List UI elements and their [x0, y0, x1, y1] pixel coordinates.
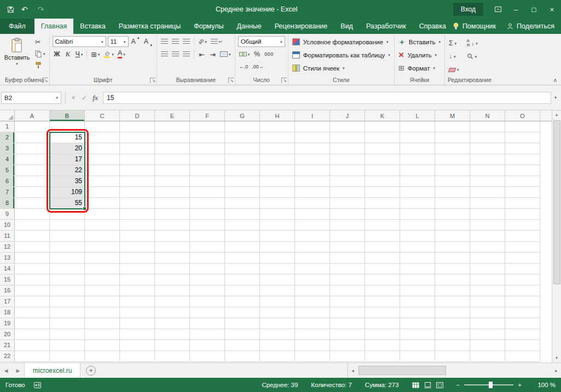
cell-C17[interactable] — [85, 296, 120, 307]
cell-K1[interactable] — [365, 121, 400, 132]
cell-I17[interactable] — [295, 296, 330, 307]
cell-I15[interactable] — [295, 274, 330, 285]
cell-M18[interactable] — [435, 307, 470, 318]
cell-I5[interactable] — [295, 165, 330, 176]
italic-button[interactable]: К — [63, 49, 73, 60]
normal-view-button[interactable] — [412, 382, 419, 388]
cell-A11[interactable] — [15, 231, 50, 242]
column-header-G[interactable]: G — [225, 110, 260, 121]
cell-F6[interactable] — [190, 176, 225, 187]
cell-G2[interactable] — [225, 132, 260, 143]
cell-O17[interactable] — [505, 296, 540, 307]
cell-M16[interactable] — [435, 285, 470, 296]
accounting-format-button[interactable]: ▾ — [238, 49, 251, 60]
cell-A1[interactable] — [15, 121, 50, 132]
align-middle-button[interactable] — [171, 36, 180, 47]
font-color-button[interactable]: А▾ — [117, 49, 126, 60]
cell-E22[interactable] — [155, 351, 190, 362]
cell-H2[interactable] — [260, 132, 295, 143]
cell-G1[interactable] — [225, 121, 260, 132]
cell-D22[interactable] — [120, 351, 155, 362]
cell-C22[interactable] — [85, 351, 120, 362]
cell-C13[interactable] — [85, 253, 120, 264]
sheet-tab[interactable]: microexcel.ru — [24, 363, 80, 378]
cell-D4[interactable] — [120, 154, 155, 165]
borders-button[interactable]: ⊞▾ — [90, 49, 101, 60]
cell-M12[interactable] — [435, 242, 470, 253]
cell-C5[interactable] — [85, 165, 120, 176]
decrease-indent-button[interactable]: ⇤ — [197, 49, 206, 60]
row-header-20[interactable]: 20 — [0, 329, 15, 340]
cell-I14[interactable] — [295, 264, 330, 274]
cell-F18[interactable] — [190, 307, 225, 318]
row-header-2[interactable]: 2 — [0, 132, 15, 143]
cell-F4[interactable] — [190, 154, 225, 165]
cell-K13[interactable] — [365, 253, 400, 264]
formula-bar-splitter[interactable] — [61, 92, 66, 104]
cell-K6[interactable] — [365, 176, 400, 187]
cell-M2[interactable] — [435, 132, 470, 143]
zoom-out-icon[interactable]: − — [456, 382, 460, 388]
cell-I21[interactable] — [295, 340, 330, 351]
cell-I6[interactable] — [295, 176, 330, 187]
cell-G11[interactable] — [225, 231, 260, 242]
cell-N9[interactable] — [470, 209, 505, 220]
column-header-I[interactable]: I — [295, 110, 330, 121]
cell-E21[interactable] — [155, 340, 190, 351]
cell-G16[interactable] — [225, 285, 260, 296]
column-header-H[interactable]: H — [260, 110, 295, 121]
tab-view[interactable]: Вид — [334, 19, 360, 34]
cell-D2[interactable] — [120, 132, 155, 143]
cell-N17[interactable] — [470, 296, 505, 307]
cell-I20[interactable] — [295, 329, 330, 340]
cell-F14[interactable] — [190, 264, 225, 274]
cell-H4[interactable] — [260, 154, 295, 165]
cell-M14[interactable] — [435, 264, 470, 274]
cell-B16[interactable] — [50, 285, 85, 296]
cell-A20[interactable] — [15, 329, 50, 340]
cell-K19[interactable] — [365, 318, 400, 329]
cell-E3[interactable] — [155, 143, 190, 154]
cell-K3[interactable] — [365, 143, 400, 154]
number-format-combo[interactable]: Общий▾ — [238, 36, 285, 47]
tab-home[interactable]: Главная — [34, 19, 74, 34]
cell-J13[interactable] — [330, 253, 365, 264]
cell-D8[interactable] — [120, 198, 155, 209]
cell-A13[interactable] — [15, 253, 50, 264]
cell-D1[interactable] — [120, 121, 155, 132]
sort-filter-button[interactable]: АЯ↓▾ — [466, 38, 479, 48]
cell-O12[interactable] — [505, 242, 540, 253]
new-sheet-button[interactable]: + — [86, 366, 96, 376]
cell-K2[interactable] — [365, 132, 400, 143]
cell-M1[interactable] — [435, 121, 470, 132]
cell-J3[interactable] — [330, 143, 365, 154]
row-header-21[interactable]: 21 — [0, 340, 15, 351]
cell-L2[interactable] — [400, 132, 435, 143]
cell-K15[interactable] — [365, 274, 400, 285]
cell-G15[interactable] — [225, 274, 260, 285]
vertical-scroll-thumb[interactable] — [553, 120, 560, 284]
cell-E10[interactable] — [155, 220, 190, 231]
column-header-M[interactable]: M — [435, 110, 470, 121]
cell-F2[interactable] — [190, 132, 225, 143]
tab-help[interactable]: Справка — [413, 19, 453, 34]
cell-D14[interactable] — [120, 264, 155, 274]
cell-I10[interactable] — [295, 220, 330, 231]
cell-C14[interactable] — [85, 264, 120, 274]
increase-font-size-button[interactable]: А▲ — [130, 36, 141, 47]
cell-E4[interactable] — [155, 154, 190, 165]
cell-L3[interactable] — [400, 143, 435, 154]
cell-C9[interactable] — [85, 209, 120, 220]
cell-C8[interactable] — [85, 198, 120, 209]
cell-G3[interactable] — [225, 143, 260, 154]
cancel-button[interactable]: × — [68, 94, 79, 102]
cell-M13[interactable] — [435, 253, 470, 264]
cell-H21[interactable] — [260, 340, 295, 351]
cell-O20[interactable] — [505, 329, 540, 340]
paste-button[interactable]: Вставить ▾ — [3, 36, 31, 76]
save-icon[interactable] — [7, 6, 14, 13]
row-header-14[interactable]: 14 — [0, 264, 15, 274]
cell-J20[interactable] — [330, 329, 365, 340]
expand-formula-bar-icon[interactable]: ▾ — [551, 95, 560, 100]
comma-style-button[interactable]: 000 — [263, 49, 275, 60]
